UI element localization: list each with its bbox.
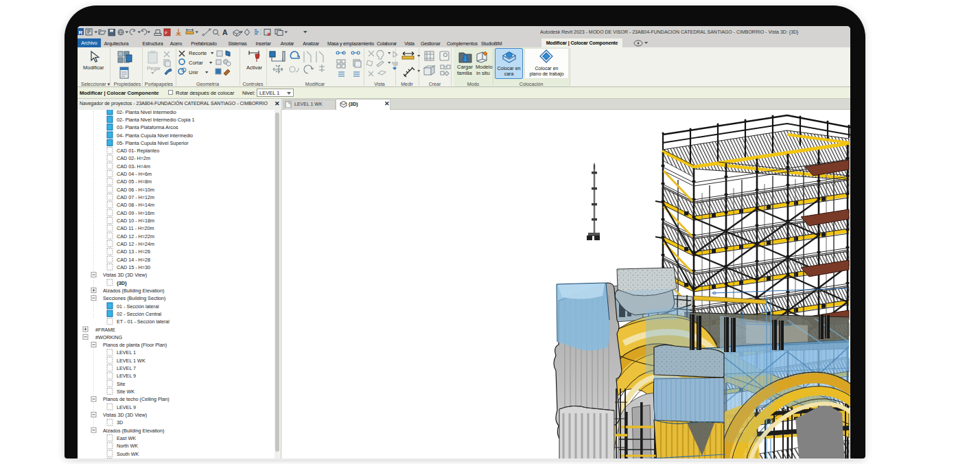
svg-text:03- Planta Plataforma Arcos: 03- Planta Plataforma Arcos	[117, 124, 178, 130]
svg-text:CAD 04 - H=6m: CAD 04 - H=6m	[117, 171, 152, 177]
svg-text:02- Planta Nivel Intermedio Co: 02- Planta Nivel Intermedio Copia 1	[117, 117, 194, 123]
svg-text:#WORKING: #WORKING	[95, 334, 123, 340]
svg-text:P: P	[165, 31, 167, 35]
svg-text:CAD 08 - H=14m: CAD 08 - H=14m	[117, 202, 154, 208]
svg-text:Modelo: Modelo	[476, 64, 493, 70]
svg-text:Alzados (Building Elevation): Alzados (Building Elevation)	[103, 428, 165, 434]
svg-text:R: R	[79, 30, 83, 36]
svg-text:CAD 01- Replanteo: CAD 01- Replanteo	[117, 148, 159, 154]
svg-text:Site WK: Site WK	[117, 388, 135, 395]
svg-text:01 - Sección lateral: 01 - Sección lateral	[117, 303, 159, 310]
svg-text:CAD 09 - H=16m: CAD 09 - H=16m	[117, 210, 154, 216]
svg-text:CAD 10 - H=18m: CAD 10 - H=18m	[117, 218, 154, 224]
svg-text:CAD 03- H=4m: CAD 03- H=4m	[117, 163, 150, 170]
svg-text:CAD 12 - H=22m: CAD 12 - H=22m	[117, 233, 154, 240]
svg-text:{3D}: {3D}	[117, 280, 127, 286]
svg-text:LEVEL 1 WK: LEVEL 1 WK	[117, 358, 145, 364]
svg-text:02- Planta Nivel Intermedio: 02- Planta Nivel Intermedio	[117, 110, 176, 115]
svg-text:02 - Sección Central: 02 - Sección Central	[117, 311, 162, 317]
svg-text:Unir: Unir	[189, 69, 198, 76]
svg-text:LEVEL 1: LEVEL 1	[117, 349, 136, 356]
svg-text:Site: Site	[117, 381, 125, 387]
svg-text:South WK: South WK	[117, 451, 139, 457]
svg-text:Modificar: Modificar	[83, 65, 104, 71]
svg-text:North WK: North WK	[117, 443, 138, 449]
svg-text:Planos de techo (Ceiling Plan): Planos de techo (Ceiling Plan)	[103, 396, 170, 402]
svg-text:Planos de planta (Floor Plan): Planos de planta (Floor Plan)	[103, 342, 167, 348]
svg-text:ET - 01 - Sección lateral: ET - 01 - Sección lateral	[117, 318, 170, 325]
svg-text:Cargar: Cargar	[457, 64, 473, 70]
svg-text:CAD 07 - H=12m: CAD 07 - H=12m	[117, 194, 154, 200]
svg-text:Vistas 3D (3D View): Vistas 3D (3D View)	[103, 272, 147, 278]
svg-text:04- Planta Cupula Nivel interm: 04- Planta Cupula Nivel intermedio	[117, 132, 193, 139]
svg-text:LEVEL 9: LEVEL 9	[117, 373, 136, 379]
svg-text:Activar: Activar	[246, 65, 262, 71]
svg-text:CAD 06 - H=10m: CAD 06 - H=10m	[117, 187, 154, 193]
svg-text:Pegar: Pegar	[147, 65, 161, 71]
svg-text:LEVEL 9: LEVEL 9	[117, 404, 136, 410]
svg-text:Alzados (Building Elevation): Alzados (Building Elevation)	[103, 288, 165, 294]
svg-text:Cortar: Cortar	[189, 60, 203, 66]
svg-text:#FRAME: #FRAME	[95, 327, 115, 333]
svg-text:Vistas 3D (3D View): Vistas 3D (3D View)	[103, 412, 147, 418]
svg-text:3D: 3D	[117, 419, 123, 426]
svg-text:CAD 11 - H=20m: CAD 11 - H=20m	[117, 225, 154, 231]
svg-text:A: A	[222, 28, 228, 36]
svg-text:in situ: in situ	[476, 70, 490, 76]
svg-text:CAD 12 - H=24m: CAD 12 - H=24m	[117, 241, 154, 247]
svg-text:East WK: East WK	[117, 435, 136, 441]
svg-text:CAD 14 - H=28: CAD 14 - H=28	[117, 257, 150, 263]
svg-text:familia: familia	[457, 70, 473, 76]
svg-text:CAD 13 - H=26: CAD 13 - H=26	[117, 248, 150, 255]
svg-text:Recorte: Recorte	[189, 50, 207, 56]
svg-text:CAD 02- H=2m: CAD 02- H=2m	[117, 155, 150, 161]
svg-text:CAD 05 - H=8m: CAD 05 - H=8m	[117, 178, 152, 185]
svg-text:Secciones (Building Section): Secciones (Building Section)	[103, 295, 166, 301]
svg-text:LEVEL 7: LEVEL 7	[117, 365, 136, 371]
svg-text:05- Planta Cupula Nivel Superi: 05- Planta Cupula Nivel Superior	[117, 140, 189, 146]
svg-text:CAD 15 - H=30: CAD 15 - H=30	[117, 264, 150, 270]
